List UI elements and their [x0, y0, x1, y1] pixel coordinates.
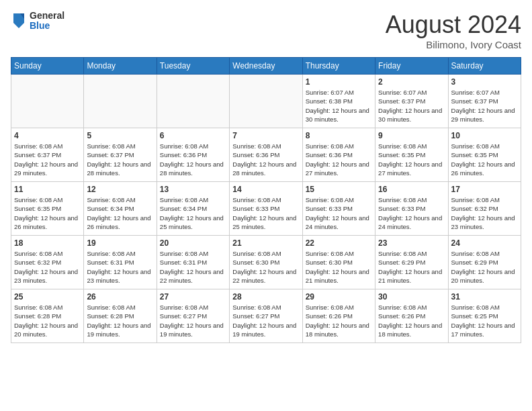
- day-info: Sunrise: 6:07 AMSunset: 6:37 PMDaylight:…: [451, 88, 518, 124]
- table-row: 16Sunrise: 6:08 AMSunset: 6:33 PMDayligh…: [375, 182, 448, 236]
- table-row: 11Sunrise: 6:08 AMSunset: 6:35 PMDayligh…: [11, 182, 84, 236]
- day-number: 6: [160, 131, 226, 140]
- table-row: [11, 75, 84, 128]
- day-number: 10: [451, 131, 518, 140]
- header-sunday: Sunday: [11, 58, 84, 75]
- day-info: Sunrise: 6:08 AMSunset: 6:36 PMDaylight:…: [306, 142, 372, 177]
- table-row: 22Sunrise: 6:08 AMSunset: 6:30 PMDayligh…: [302, 236, 375, 289]
- logo: General Blue: [11, 11, 64, 32]
- day-info: Sunrise: 6:08 AMSunset: 6:35 PMDaylight:…: [451, 142, 518, 177]
- table-row: 13Sunrise: 6:08 AMSunset: 6:34 PMDayligh…: [157, 182, 229, 236]
- day-info: Sunrise: 6:08 AMSunset: 6:27 PMDaylight:…: [232, 303, 299, 338]
- header-wednesday: Wednesday: [230, 58, 302, 75]
- day-info: Sunrise: 6:08 AMSunset: 6:35 PMDaylight:…: [14, 195, 81, 231]
- calendar-week-row: 1Sunrise: 6:07 AMSunset: 6:38 PMDaylight…: [11, 75, 521, 128]
- day-info: Sunrise: 6:08 AMSunset: 6:29 PMDaylight:…: [451, 249, 518, 285]
- table-row: 24Sunrise: 6:08 AMSunset: 6:29 PMDayligh…: [448, 236, 521, 289]
- day-number: 31: [451, 292, 518, 302]
- table-row: 15Sunrise: 6:08 AMSunset: 6:33 PMDayligh…: [302, 182, 375, 236]
- month-year-title: August 2024: [386, 11, 521, 39]
- day-info: Sunrise: 6:08 AMSunset: 6:32 PMDaylight:…: [451, 195, 518, 231]
- day-number: 26: [87, 292, 153, 302]
- title-block: August 2024 Bilimono, Ivory Coast: [386, 11, 521, 50]
- day-info: Sunrise: 6:08 AMSunset: 6:36 PMDaylight:…: [160, 142, 226, 177]
- table-row: 12Sunrise: 6:08 AMSunset: 6:34 PMDayligh…: [84, 182, 157, 236]
- table-row: 31Sunrise: 6:08 AMSunset: 6:25 PMDayligh…: [448, 289, 521, 343]
- day-info: Sunrise: 6:08 AMSunset: 6:25 PMDaylight:…: [451, 303, 518, 338]
- day-info: Sunrise: 6:08 AMSunset: 6:26 PMDaylight:…: [378, 303, 445, 338]
- day-info: Sunrise: 6:08 AMSunset: 6:29 PMDaylight:…: [378, 249, 445, 285]
- page-header: General Blue August 2024 Bilimono, Ivory…: [11, 11, 521, 50]
- table-row: 2Sunrise: 6:07 AMSunset: 6:37 PMDaylight…: [375, 75, 448, 128]
- table-row: 1Sunrise: 6:07 AMSunset: 6:38 PMDaylight…: [302, 75, 375, 128]
- table-row: 5Sunrise: 6:08 AMSunset: 6:37 PMDaylight…: [84, 128, 157, 182]
- day-number: 15: [306, 185, 372, 194]
- day-info: Sunrise: 6:08 AMSunset: 6:30 PMDaylight:…: [232, 249, 299, 285]
- day-number: 22: [306, 238, 372, 248]
- table-row: 20Sunrise: 6:08 AMSunset: 6:31 PMDayligh…: [157, 236, 229, 289]
- day-number: 29: [306, 292, 372, 302]
- day-number: 17: [451, 185, 518, 194]
- calendar-week-row: 18Sunrise: 6:08 AMSunset: 6:32 PMDayligh…: [11, 236, 521, 289]
- table-row: 25Sunrise: 6:08 AMSunset: 6:28 PMDayligh…: [11, 289, 84, 343]
- day-number: 24: [451, 238, 518, 248]
- day-info: Sunrise: 6:07 AMSunset: 6:38 PMDaylight:…: [306, 88, 372, 124]
- day-info: Sunrise: 6:08 AMSunset: 6:34 PMDaylight:…: [87, 195, 153, 231]
- table-row: [230, 75, 302, 128]
- day-number: 11: [14, 185, 81, 194]
- day-number: 19: [87, 238, 153, 248]
- table-row: 29Sunrise: 6:08 AMSunset: 6:26 PMDayligh…: [302, 289, 375, 343]
- table-row: 4Sunrise: 6:08 AMSunset: 6:37 PMDaylight…: [11, 128, 84, 182]
- table-row: 17Sunrise: 6:08 AMSunset: 6:32 PMDayligh…: [448, 182, 521, 236]
- day-number: 3: [451, 77, 518, 87]
- day-info: Sunrise: 6:08 AMSunset: 6:31 PMDaylight:…: [160, 249, 226, 285]
- day-number: 30: [378, 292, 445, 302]
- logo-general: General: [30, 11, 64, 21]
- day-number: 18: [14, 238, 81, 248]
- table-row: 23Sunrise: 6:08 AMSunset: 6:29 PMDayligh…: [375, 236, 448, 289]
- table-row: 7Sunrise: 6:08 AMSunset: 6:36 PMDaylight…: [230, 128, 302, 182]
- header-monday: Monday: [84, 58, 157, 75]
- day-info: Sunrise: 6:08 AMSunset: 6:28 PMDaylight:…: [87, 303, 153, 338]
- calendar-table: Sunday Monday Tuesday Wednesday Thursday…: [11, 57, 521, 343]
- day-number: 13: [160, 185, 226, 194]
- day-info: Sunrise: 6:08 AMSunset: 6:33 PMDaylight:…: [232, 195, 299, 231]
- table-row: 21Sunrise: 6:08 AMSunset: 6:30 PMDayligh…: [230, 236, 302, 289]
- day-info: Sunrise: 6:08 AMSunset: 6:37 PMDaylight:…: [14, 142, 81, 177]
- day-info: Sunrise: 6:08 AMSunset: 6:33 PMDaylight:…: [378, 195, 445, 231]
- day-info: Sunrise: 6:08 AMSunset: 6:32 PMDaylight:…: [14, 249, 81, 285]
- day-number: 8: [306, 131, 372, 140]
- day-number: 16: [378, 185, 445, 194]
- table-row: [157, 75, 229, 128]
- calendar-header-row: Sunday Monday Tuesday Wednesday Thursday…: [11, 58, 521, 75]
- calendar-week-row: 11Sunrise: 6:08 AMSunset: 6:35 PMDayligh…: [11, 182, 521, 236]
- day-number: 5: [87, 131, 153, 140]
- day-number: 12: [87, 185, 153, 194]
- table-row: 3Sunrise: 6:07 AMSunset: 6:37 PMDaylight…: [448, 75, 521, 128]
- table-row: 10Sunrise: 6:08 AMSunset: 6:35 PMDayligh…: [448, 128, 521, 182]
- location-subtitle: Bilimono, Ivory Coast: [386, 39, 521, 50]
- day-info: Sunrise: 6:08 AMSunset: 6:31 PMDaylight:…: [87, 249, 153, 285]
- table-row: 27Sunrise: 6:08 AMSunset: 6:27 PMDayligh…: [157, 289, 229, 343]
- day-number: 23: [378, 238, 445, 248]
- calendar-week-row: 25Sunrise: 6:08 AMSunset: 6:28 PMDayligh…: [11, 289, 521, 343]
- header-saturday: Saturday: [448, 58, 521, 75]
- day-number: 2: [378, 77, 445, 87]
- day-number: 28: [232, 292, 299, 302]
- day-number: 20: [160, 238, 226, 248]
- day-info: Sunrise: 6:08 AMSunset: 6:28 PMDaylight:…: [14, 303, 81, 338]
- table-row: 28Sunrise: 6:08 AMSunset: 6:27 PMDayligh…: [230, 289, 302, 343]
- day-info: Sunrise: 6:08 AMSunset: 6:26 PMDaylight:…: [306, 303, 372, 338]
- header-friday: Friday: [375, 58, 448, 75]
- logo-icon: [11, 11, 27, 31]
- day-number: 21: [232, 238, 299, 248]
- table-row: 19Sunrise: 6:08 AMSunset: 6:31 PMDayligh…: [84, 236, 157, 289]
- day-info: Sunrise: 6:08 AMSunset: 6:27 PMDaylight:…: [160, 303, 226, 338]
- day-number: 4: [14, 131, 81, 140]
- day-number: 7: [232, 131, 299, 140]
- logo-blue: Blue: [30, 21, 64, 31]
- day-info: Sunrise: 6:08 AMSunset: 6:30 PMDaylight:…: [306, 249, 372, 285]
- day-info: Sunrise: 6:08 AMSunset: 6:34 PMDaylight:…: [160, 195, 226, 231]
- day-info: Sunrise: 6:08 AMSunset: 6:33 PMDaylight:…: [306, 195, 372, 231]
- day-number: 9: [378, 131, 445, 140]
